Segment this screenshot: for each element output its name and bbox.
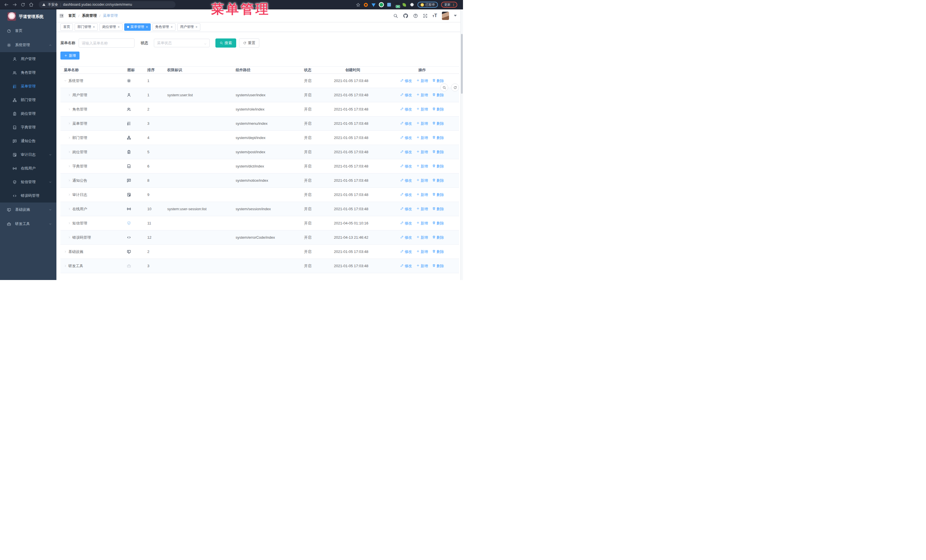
fullscreen-icon[interactable] <box>423 14 428 18</box>
search-button[interactable]: 搜索 <box>215 38 236 48</box>
row-action-edit[interactable]: 修改 <box>400 192 412 198</box>
sidebar-item-1-10[interactable]: 错误码管理 <box>0 189 56 202</box>
home-icon[interactable] <box>29 2 33 7</box>
row-action-delete[interactable]: 删除 <box>432 121 444 126</box>
status-select[interactable]: 菜单状态 <box>154 39 210 47</box>
row-action-delete[interactable]: 删除 <box>432 164 444 169</box>
expand-row-icon[interactable] <box>68 236 71 239</box>
row-action-add[interactable]: 新增 <box>416 164 428 169</box>
row-action-delete[interactable]: 删除 <box>432 235 444 240</box>
row-action-edit[interactable]: 修改 <box>400 249 412 254</box>
back-icon[interactable] <box>4 2 9 7</box>
row-action-add[interactable]: 新增 <box>416 192 428 198</box>
sidebar-item-0[interactable]: 首页 <box>0 24 56 38</box>
avatar-caret-icon[interactable] <box>454 15 457 17</box>
tab-2[interactable]: 岗位管理× <box>100 23 123 31</box>
row-action-add[interactable]: 新增 <box>416 264 428 269</box>
row-action-delete[interactable]: 删除 <box>432 221 444 226</box>
tab-close-icon[interactable]: × <box>118 25 120 29</box>
row-action-add[interactable]: 新增 <box>416 92 428 98</box>
row-action-add[interactable]: 新增 <box>416 207 428 211</box>
profile-paused-badge[interactable]: 已暂停 <box>418 2 438 8</box>
sidebar-item-1-3[interactable]: 部门管理 <box>0 93 56 107</box>
row-action-delete[interactable]: 删除 <box>432 149 444 155</box>
row-action-delete[interactable]: 删除 <box>432 249 444 254</box>
row-action-edit[interactable]: 修改 <box>400 264 412 269</box>
extension-switch-icon[interactable]: on <box>394 3 399 7</box>
reset-button[interactable]: 重置 <box>239 38 259 48</box>
row-action-edit[interactable]: 修改 <box>400 235 412 240</box>
row-action-add[interactable]: 新增 <box>416 249 428 254</box>
expand-row-icon[interactable] <box>68 179 71 182</box>
toggle-search-button[interactable] <box>440 83 448 91</box>
extension-leaf-icon[interactable] <box>402 3 407 7</box>
sidebar-item-1-0[interactable]: 用户管理 <box>0 52 56 66</box>
tab-1[interactable]: 部门管理× <box>75 23 98 31</box>
row-action-add[interactable]: 新增 <box>416 135 428 140</box>
row-action-delete[interactable]: 删除 <box>432 207 444 211</box>
expand-row-icon[interactable] <box>68 207 71 210</box>
update-button[interactable]: 更新 ⋮ <box>441 2 457 8</box>
user-avatar[interactable] <box>442 12 449 20</box>
sidebar-item-1[interactable]: 系统管理 <box>0 38 56 52</box>
forward-icon[interactable] <box>12 2 17 7</box>
row-action-add[interactable]: 新增 <box>416 78 428 83</box>
row-action-edit[interactable]: 修改 <box>400 121 412 126</box>
expand-row-icon[interactable] <box>68 222 71 225</box>
row-action-add[interactable]: 新增 <box>416 178 428 183</box>
url-bar[interactable]: 不安全 | dashboard.yudao.iocoder.cn/system/… <box>39 1 176 8</box>
row-action-edit[interactable]: 修改 <box>400 149 412 155</box>
tab-5[interactable]: 用户管理× <box>177 23 200 31</box>
sidebar-item-1-1[interactable]: 角色管理 <box>0 66 56 80</box>
row-action-edit[interactable]: 修改 <box>400 92 412 98</box>
expand-row-icon[interactable] <box>68 122 71 125</box>
expand-row-icon[interactable] <box>64 250 67 253</box>
reload-icon[interactable] <box>21 2 25 7</box>
row-action-delete[interactable]: 删除 <box>432 135 444 140</box>
row-action-delete[interactable]: 删除 <box>432 178 444 183</box>
menu-name-input[interactable] <box>79 38 135 48</box>
help-icon[interactable] <box>413 14 418 18</box>
breadcrumb-item-0[interactable]: 首页 <box>68 13 76 18</box>
collapse-row-icon[interactable] <box>64 79 67 82</box>
extension-orange-icon[interactable] <box>363 3 368 7</box>
extension-gem-icon[interactable] <box>371 3 376 7</box>
row-action-add[interactable]: 新增 <box>416 107 428 112</box>
extension-green-check-icon[interactable] <box>379 3 383 7</box>
row-action-add[interactable]: 新增 <box>416 235 428 240</box>
row-action-edit[interactable]: 修改 <box>400 178 412 183</box>
sidebar-item-1-5[interactable]: 字典管理 <box>0 121 56 134</box>
row-action-delete[interactable]: 删除 <box>432 107 444 112</box>
expand-row-icon[interactable] <box>68 136 71 139</box>
tab-close-icon[interactable]: × <box>93 25 95 29</box>
tab-close-icon[interactable]: × <box>171 25 172 29</box>
expand-row-icon[interactable] <box>68 94 71 97</box>
hamburger-icon[interactable] <box>59 14 64 18</box>
row-action-add[interactable]: 新增 <box>416 221 428 226</box>
row-action-delete[interactable]: 删除 <box>432 192 444 198</box>
github-icon[interactable] <box>403 13 408 18</box>
expand-row-icon[interactable] <box>68 108 71 111</box>
breadcrumb-item-1[interactable]: 系统管理 <box>82 13 97 18</box>
row-action-edit[interactable]: 修改 <box>400 135 412 140</box>
tab-4[interactable]: 角色管理× <box>153 23 176 31</box>
expand-row-icon[interactable] <box>68 150 71 154</box>
page-scrollbar[interactable] <box>460 9 463 280</box>
extension-cube-icon[interactable] <box>387 3 391 7</box>
search-icon[interactable] <box>393 14 398 18</box>
tab-0[interactable]: 首页 <box>61 23 73 31</box>
row-action-edit[interactable]: 修改 <box>400 107 412 112</box>
sidebar-item-1-7[interactable]: 审计日志 <box>0 148 56 162</box>
row-action-delete[interactable]: 删除 <box>432 264 444 269</box>
sidebar-item-1-9[interactable]: 短信管理 <box>0 175 56 189</box>
refresh-button[interactable] <box>451 83 459 91</box>
sidebar-item-1-2[interactable]: 菜单管理 <box>0 80 56 93</box>
expand-row-icon[interactable] <box>68 193 71 196</box>
sidebar-item-1-8[interactable]: 在线用户 <box>0 162 56 175</box>
sidebar-item-1-6[interactable]: 通知公告 <box>0 134 56 148</box>
row-action-add[interactable]: 新增 <box>416 121 428 126</box>
tab-close-icon[interactable]: × <box>195 25 197 29</box>
sidebar-item-2[interactable]: 基础设施 <box>0 202 56 217</box>
row-action-edit[interactable]: 修改 <box>400 207 412 211</box>
sidebar-item-1-4[interactable]: 岗位管理 <box>0 107 56 121</box>
